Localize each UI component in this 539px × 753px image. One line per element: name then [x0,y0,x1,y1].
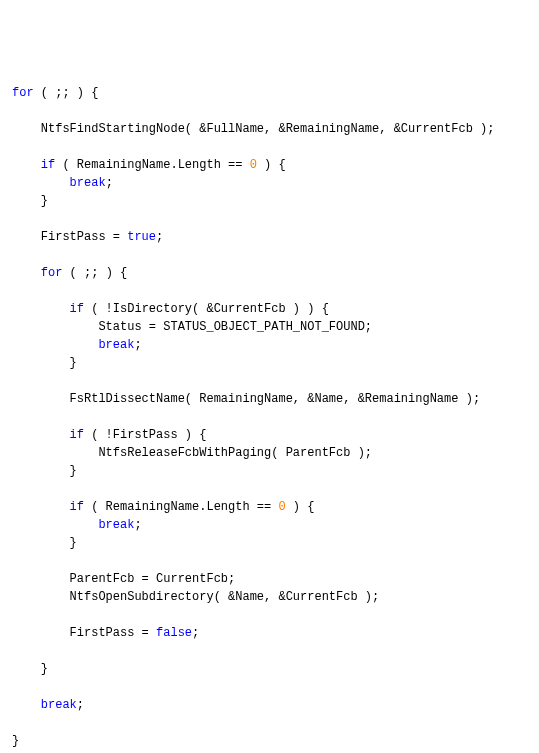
code-text [12,176,70,190]
number-literal: 0 [278,500,285,514]
code-text: NtfsOpenSubdirectory( &Name, &CurrentFcb… [12,590,379,604]
code-text: ; [156,230,163,244]
code-text: } [12,194,48,208]
code-block: for ( ;; ) { NtfsFindStartingNode( &Full… [12,84,527,753]
code-text [12,428,70,442]
code-text: } [12,734,19,748]
code-text: NtfsFindStartingNode( &FullName, &Remain… [12,122,494,136]
code-text: ; [192,626,199,640]
keyword-if: if [41,158,55,172]
code-text: ) { [257,158,286,172]
code-text: ; [77,698,84,712]
keyword-for: for [41,266,63,280]
code-text: ; [134,518,141,532]
keyword-break: break [98,518,134,532]
keyword-true: true [127,230,156,244]
code-text: ( ;; ) { [62,266,127,280]
code-text: ( RemainingName.Length == [55,158,249,172]
code-text: ( ;; ) { [34,86,99,100]
code-text: ParentFcb = CurrentFcb; [12,572,235,586]
number-literal: 0 [250,158,257,172]
code-text [12,698,41,712]
code-text: } [12,662,48,676]
code-text: ) { [286,500,315,514]
code-text: ( RemainingName.Length == [84,500,278,514]
keyword-if: if [70,500,84,514]
code-text: } [12,356,77,370]
code-text: ; [134,338,141,352]
code-text: FirstPass = [12,626,156,640]
code-text [12,266,41,280]
code-text: FirstPass = [12,230,127,244]
code-text: ( !IsDirectory( &CurrentFcb ) ) { [84,302,329,316]
code-text: NtfsReleaseFcbWithPaging( ParentFcb ); [12,446,372,460]
keyword-false: false [156,626,192,640]
code-text [12,500,70,514]
code-text [12,158,41,172]
code-text [12,302,70,316]
code-text: FsRtlDissectName( RemainingName, &Name, … [12,392,480,406]
keyword-if: if [70,428,84,442]
keyword-break: break [70,176,106,190]
keyword-if: if [70,302,84,316]
code-text: } [12,464,77,478]
code-text: } [12,536,77,550]
code-text: ; [106,176,113,190]
code-text [12,518,98,532]
code-text [12,338,98,352]
keyword-break: break [98,338,134,352]
code-text: ( !FirstPass ) { [84,428,206,442]
keyword-for: for [12,86,34,100]
code-text: Status = STATUS_OBJECT_PATH_NOT_FOUND; [12,320,372,334]
keyword-break: break [41,698,77,712]
